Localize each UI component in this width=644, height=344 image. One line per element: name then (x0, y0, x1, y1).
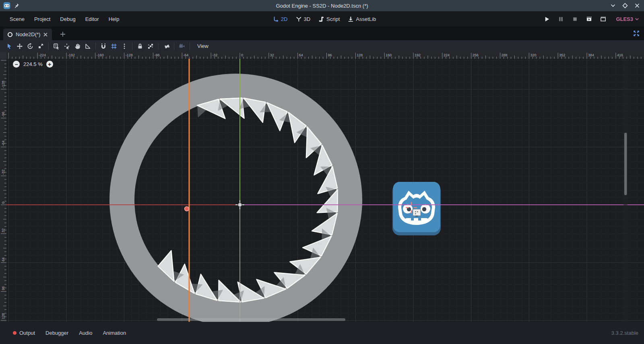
play-scene-icon[interactable] (584, 14, 593, 23)
toolbar-separator (132, 43, 132, 50)
group-icon[interactable] (145, 41, 156, 51)
svg-text:-96: -96 (1, 111, 5, 117)
snap-options-icon[interactable] (119, 41, 130, 51)
smart-snap-icon[interactable] (98, 41, 109, 51)
vertical-ruler[interactable]: -128-96-64-320326496128 (0, 59, 6, 322)
svg-text:-32: -32 (1, 169, 5, 175)
pan-tool-icon[interactable] (72, 41, 83, 51)
svg-text:-160: -160 (97, 53, 104, 57)
lock-icon[interactable] (135, 41, 145, 51)
svg-text:384: 384 (588, 53, 594, 57)
svg-text:320: 320 (530, 53, 536, 57)
menu-bar: SceneProjectDebugEditorHelp 2D3DScriptAs… (0, 11, 644, 27)
mode-label: Script (326, 16, 340, 22)
panel-button-animation[interactable]: Animation (99, 328, 130, 338)
svg-text:32: 32 (1, 229, 5, 233)
pause-icon[interactable] (556, 14, 565, 23)
ruler-corner (0, 52, 6, 59)
panel-button-audio[interactable]: Audio (75, 328, 96, 338)
list-select-icon[interactable] (51, 41, 62, 51)
main-menus: SceneProjectDebugEditorHelp (0, 14, 123, 24)
play-icon[interactable] (542, 14, 551, 23)
svg-text:128: 128 (1, 313, 5, 319)
toolbar-separator (174, 43, 174, 50)
zoom-in-button[interactable]: + (46, 61, 53, 68)
mode-script[interactable]: Script (318, 16, 340, 22)
ruler-tool-icon[interactable] (83, 41, 93, 51)
distraction-free-icon[interactable] (633, 30, 640, 37)
svg-text:-64: -64 (1, 140, 5, 146)
horizontal-ruler[interactable]: -224-192-160-128-96-64-32032649612816019… (6, 52, 644, 59)
vertical-scrollbar-thumb (624, 133, 627, 195)
toolbar-separator (48, 43, 49, 50)
tab-close-icon[interactable] (43, 32, 48, 37)
minimize-icon[interactable] (610, 3, 616, 8)
maximize-icon[interactable] (622, 3, 628, 8)
menu-help[interactable]: Help (105, 14, 124, 24)
close-icon[interactable] (634, 3, 640, 8)
playback-controls (542, 14, 607, 23)
grid-snap-icon[interactable] (109, 41, 119, 51)
svg-text:96: 96 (1, 286, 5, 290)
window-title: Godot Engine - SS2D - Node2D.tscn (*) (0, 3, 644, 9)
menu-scene[interactable]: Scene (6, 14, 29, 24)
godot-logo-icon (3, 2, 10, 9)
move-point-icon[interactable] (62, 41, 72, 51)
error-dot-icon (13, 331, 17, 335)
menu-project[interactable]: Project (30, 14, 54, 24)
pin-icon[interactable] (14, 3, 19, 8)
zoom-out-button[interactable]: − (13, 61, 20, 68)
panel-button-debugger[interactable]: Debugger (41, 328, 72, 338)
move-tool-icon[interactable] (14, 41, 25, 51)
new-tab-button[interactable] (59, 30, 67, 38)
panel-button-label: Animation (103, 330, 126, 336)
svg-text:64: 64 (299, 53, 303, 57)
menu-debug[interactable]: Debug (56, 14, 79, 24)
svg-text:416: 416 (617, 53, 623, 57)
svg-text:192: 192 (415, 53, 421, 57)
svg-text:-96: -96 (154, 53, 159, 57)
svg-text:-64: -64 (183, 53, 188, 57)
svg-text:-192: -192 (68, 53, 75, 57)
view-menu-button[interactable]: View (193, 41, 213, 51)
rotate-tool-icon[interactable] (25, 41, 35, 51)
panel-button-label: Audio (79, 330, 92, 336)
stop-icon[interactable] (570, 14, 579, 23)
toolbar-separator (190, 43, 190, 50)
scale-tool-icon[interactable] (35, 41, 46, 51)
mode-label: 3D (303, 16, 310, 22)
mode-assetlib[interactable]: AssetLib (348, 16, 376, 22)
camera-override-icon[interactable] (177, 41, 187, 51)
zoom-level-label[interactable]: 224.5 % (23, 61, 43, 67)
panel-button-output[interactable]: Output (9, 328, 39, 338)
horizontal-scrollbar-thumb (157, 318, 345, 321)
panel-button-label: Debugger (45, 330, 68, 336)
play-custom-scene-icon[interactable] (599, 14, 607, 23)
tab-node2d[interactable]: Node2D(*) (3, 29, 52, 40)
toolbar-separator (95, 43, 96, 50)
3d-icon (295, 16, 301, 22)
svg-text:224: 224 (444, 53, 450, 57)
svg-text:256: 256 (473, 53, 479, 57)
svg-text:-128: -128 (1, 81, 5, 88)
title-bar: Godot Engine - SS2D - Node2D.tscn (*) (0, 0, 644, 11)
svg-text:288: 288 (502, 53, 508, 57)
mode-3d[interactable]: 3D (295, 16, 310, 22)
svg-text:-224: -224 (39, 53, 46, 57)
select-tool-icon[interactable] (4, 41, 14, 51)
svg-text:64: 64 (1, 257, 5, 262)
origin-gizmo (235, 200, 244, 209)
editor-mode-switcher: 2D3DScriptAssetLib (273, 16, 376, 22)
scene-tab-bar: Node2D(*) (0, 27, 644, 40)
bottom-panel: OutputDebuggerAudioAnimation3.3.2.stable (0, 322, 644, 344)
mode-2d[interactable]: 2D (273, 16, 288, 22)
svg-text:128: 128 (357, 53, 363, 57)
mode-label: 2D (281, 16, 288, 22)
2d-icon (273, 16, 279, 22)
menu-editor[interactable]: Editor (81, 14, 103, 24)
zoom-control: − 224.5 % + (13, 61, 53, 68)
bone-icon[interactable] (161, 41, 171, 51)
renderer-selector[interactable]: GLES3 (616, 16, 639, 22)
script-icon (318, 16, 324, 22)
viewport-canvas[interactable] (6, 59, 644, 322)
